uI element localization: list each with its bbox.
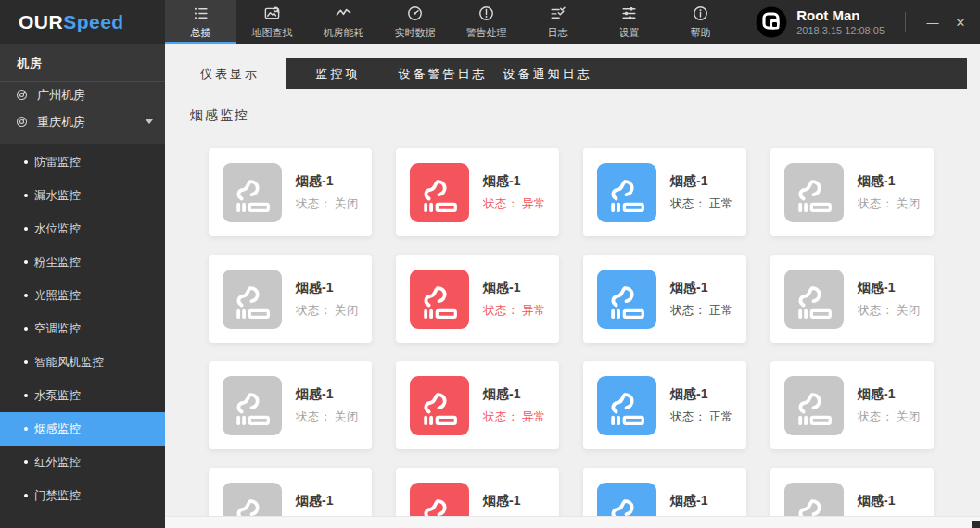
bullet-icon <box>24 494 28 497</box>
smoke-sensor-card[interactable]: 烟感-1 状态：正常 <box>583 361 746 449</box>
smoke-sensor-card[interactable]: 烟感-1 状态：关闭 <box>209 148 372 236</box>
sidebar-subitem-smart-fan[interactable]: 智能风机监控 <box>0 346 165 379</box>
bottom-strip <box>165 516 980 528</box>
smoke-sensor-card[interactable]: 烟感-1 状态：异常 <box>396 255 559 343</box>
status-prefix: 状态： <box>670 197 706 210</box>
smoke-sensor-card[interactable]: 烟感-1 状态：正常 <box>583 148 746 236</box>
smoke-sensor-icon <box>223 163 282 222</box>
bullet-icon <box>24 294 28 297</box>
bullet-icon <box>24 160 28 164</box>
status-prefix: 状态： <box>296 197 332 210</box>
sensor-status: 状态：正常 <box>670 196 733 212</box>
settings-icon <box>620 5 638 22</box>
log-icon <box>549 5 566 22</box>
sensor-status: 状态：关闭 <box>296 409 359 425</box>
sidebar-subitem-water-level[interactable]: 水位监控 <box>0 212 165 245</box>
sidebar-rooms-section: 机房 广州机房 重庆机房 <box>0 44 165 144</box>
smoke-sensor-icon <box>223 376 282 435</box>
smoke-sensor-icon <box>784 376 844 435</box>
tab-device-alert-log[interactable]: 设备警告日志 <box>390 58 495 89</box>
smoke-sensor-card[interactable]: 烟感-1 状态：关闭 <box>209 361 372 449</box>
nav-item-alert-handling[interactable]: 警告处理 <box>451 0 522 44</box>
status-value: 异常 <box>522 197 546 210</box>
dial-icon <box>15 115 29 129</box>
smoke-sensor-icon <box>784 270 844 329</box>
sidebar-subitem-light[interactable]: 光照监控 <box>0 279 165 312</box>
sidebar-item-chongqing-room[interactable]: 重庆机房 <box>0 108 165 135</box>
sidebar-subitem-water-leak[interactable]: 漏水监控 <box>0 179 165 212</box>
sidebar-subitem-water-pump[interactable]: 水泵监控 <box>0 379 165 412</box>
sensor-status: 状态：异常 <box>483 303 546 319</box>
subitem-label: 防雷监控 <box>34 155 81 170</box>
subitem-label: 漏水监控 <box>34 188 81 204</box>
sidebar-subitem-aircon[interactable]: 空调监控 <box>0 312 165 346</box>
sensor-name: 烟感-1 <box>483 280 546 296</box>
smoke-sensor-card[interactable]: 烟感-1 状态：关闭 <box>770 361 934 449</box>
smoke-sensor-icon <box>597 270 656 329</box>
sidebar-subitem-smoke[interactable]: 烟感监控 <box>0 412 165 446</box>
nav-item-settings[interactable]: 设置 <box>593 0 665 44</box>
chevron-down-icon <box>146 119 153 124</box>
status-prefix: 状态： <box>858 197 894 210</box>
nav-item-help[interactable]: 帮助 <box>665 0 736 44</box>
sensor-status: 状态：关闭 <box>858 303 921 319</box>
sidebar-item-guangzhou-room[interactable]: 广州机房 <box>0 82 165 108</box>
nav-label: 地图查找 <box>252 26 293 40</box>
status-value: 正常 <box>709 304 733 317</box>
sensor-card-grid: 烟感-1 状态：关闭 烟感-1 状态：异常 烟感-1 状态：正常 烟感-1 状态… <box>209 148 980 528</box>
dial-icon <box>15 88 29 102</box>
topbar: OURSpeed 总揽 地图查找 机房能耗 实时数据 警告处理 日志 设置 <box>0 0 980 44</box>
smoke-sensor-card[interactable]: 烟感-1 状态：异常 <box>396 148 559 236</box>
sensor-status: 状态：关闭 <box>296 196 359 212</box>
avatar-logo-icon <box>756 6 787 38</box>
status-value: 关闭 <box>335 304 359 317</box>
room-label: 广州机房 <box>37 87 85 104</box>
nav-item-overview[interactable]: 总揽 <box>165 0 236 44</box>
tab-device-notice-log[interactable]: 设备通知日志 <box>495 58 600 89</box>
subitem-label: 空调监控 <box>34 321 81 337</box>
page-title: 烟感监控 <box>190 107 980 124</box>
nav-item-realtime-data[interactable]: 实时数据 <box>379 0 451 44</box>
bullet-icon <box>24 194 28 197</box>
avatar[interactable] <box>756 6 787 38</box>
status-value: 关闭 <box>335 197 359 210</box>
nav-item-logs[interactable]: 日志 <box>522 0 593 44</box>
tab-dashboard-display[interactable]: 仪表显示 <box>174 58 286 89</box>
sidebar: 机房 广州机房 重庆机房 防雷监控 漏水监控 水位监控 粉尘监控 光照监控 空调… <box>0 44 165 528</box>
close-button[interactable]: ✕ <box>947 0 974 44</box>
subitem-label: 水位监控 <box>34 221 81 237</box>
help-icon <box>692 5 709 22</box>
smoke-sensor-card[interactable]: 烟感-1 状态：关闭 <box>770 148 934 236</box>
smoke-sensor-icon <box>784 163 844 222</box>
smoke-sensor-card[interactable]: 烟感-1 状态：关闭 <box>770 255 934 343</box>
window-corner-mark <box>972 521 980 528</box>
subitem-label: 门禁监控 <box>34 488 81 504</box>
smoke-sensor-icon <box>410 376 469 435</box>
alert-icon <box>477 5 495 22</box>
nav-item-map-search[interactable]: 地图查找 <box>236 0 308 44</box>
smoke-sensor-card[interactable]: 烟感-1 状态：正常 <box>583 255 746 343</box>
bullet-icon <box>24 394 28 397</box>
status-prefix: 状态： <box>858 304 894 317</box>
logo-text-speed: Speed <box>63 11 124 33</box>
status-prefix: 状态： <box>296 410 332 423</box>
minimize-button[interactable]: — <box>919 0 947 44</box>
smoke-sensor-card[interactable]: 烟感-1 状态：关闭 <box>209 255 372 343</box>
bullet-icon <box>24 360 28 364</box>
bullet-icon <box>24 460 28 464</box>
sidebar-subitem-dust[interactable]: 粉尘监控 <box>0 245 165 279</box>
nav-label: 帮助 <box>691 26 711 40</box>
smoke-sensor-icon <box>597 376 656 435</box>
sidebar-subitem-door-access[interactable]: 门禁监控 <box>0 479 165 512</box>
status-prefix: 状态： <box>670 304 706 317</box>
sidebar-subitem-lightning[interactable]: 防雷监控 <box>0 145 165 179</box>
status-value: 正常 <box>709 410 733 423</box>
smoke-sensor-card[interactable]: 烟感-1 状态：异常 <box>396 361 559 449</box>
sidebar-subitem-infrared[interactable]: 红外监控 <box>0 446 165 479</box>
smoke-sensor-icon <box>223 270 282 329</box>
subitem-label: 红外监控 <box>34 455 81 471</box>
nav-item-room-energy[interactable]: 机房能耗 <box>308 0 379 44</box>
subitem-label: 智能风机监控 <box>34 355 104 371</box>
user-name: Root Man <box>796 7 885 25</box>
tab-monitor-items[interactable]: 监控项 <box>286 58 390 89</box>
